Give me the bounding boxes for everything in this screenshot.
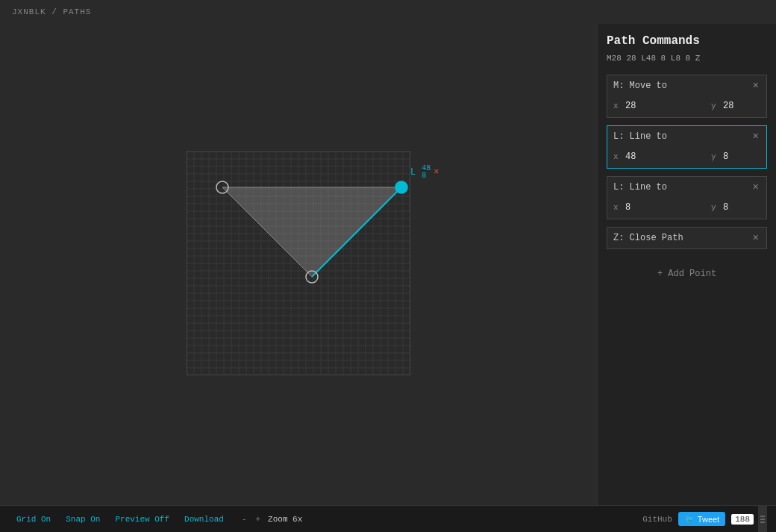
breadcrumb: JXNBLK / PATHS xyxy=(0,0,776,24)
commands-container: M: Move toL: Line toZ: Close PathC: Curv… xyxy=(607,75,767,257)
tweet-count: 188 xyxy=(731,514,754,525)
point-L1[interactable] xyxy=(395,181,407,193)
y-label-2: y xyxy=(711,203,719,212)
path-string: M28 28 L48 8 L8 8 Z xyxy=(607,54,767,63)
y-label-0: y xyxy=(711,101,719,110)
y-input-0[interactable] xyxy=(723,101,760,111)
github-link[interactable]: GitHub xyxy=(642,515,672,524)
right-panel: Path Commands M28 28 L48 8 L8 8 Z M: Mov… xyxy=(597,24,776,505)
tweet-button[interactable]: 🐦 Tweet xyxy=(678,512,725,526)
tweet-bird-icon: 🐦 xyxy=(684,514,695,524)
cmd-close-btn-2[interactable]: × xyxy=(751,181,760,193)
x-input-2[interactable] xyxy=(625,202,663,213)
command-block-0: M: Move toL: Line toZ: Close PathC: Curv… xyxy=(607,75,767,118)
preview-toggle-button[interactable]: Preview Off xyxy=(107,515,177,524)
cmd-coords-0: xy xyxy=(607,96,766,117)
zoom-plus-btn[interactable]: + xyxy=(251,515,265,524)
active-point-label: L 48 8 × xyxy=(410,165,439,180)
grid-toggle-button[interactable]: Grid On xyxy=(9,515,58,524)
tweet-label: Tweet xyxy=(698,515,719,524)
cmd-header-3: Z: Close PathM: Move toL: Line toC: Curv… xyxy=(607,228,766,248)
download-button[interactable]: Download xyxy=(177,515,231,524)
cmd-header-1: L: Line toM: Move toZ: Close PathC: Curv… xyxy=(607,126,766,147)
y-input-2[interactable] xyxy=(723,202,760,213)
scroll-handle-line xyxy=(760,516,765,517)
cmd-close-btn-0[interactable]: × xyxy=(751,80,760,92)
cmd-header-0: M: Move toL: Line toZ: Close PathC: Curv… xyxy=(607,75,766,96)
y-input-1[interactable] xyxy=(723,151,760,162)
cmd-close-btn-3[interactable]: × xyxy=(751,232,760,244)
scroll-handle-line2 xyxy=(760,519,765,520)
command-block-3: Z: Close PathM: Move toL: Line toC: Curv… xyxy=(607,227,767,249)
label-letter: L xyxy=(410,167,416,178)
x-label-1: x xyxy=(613,152,621,161)
path-canvas[interactable] xyxy=(187,151,410,375)
canvas-area[interactable]: L 48 8 × xyxy=(0,24,597,505)
cmd-close-btn-1[interactable]: × xyxy=(751,131,760,143)
scroll-handle-line3 xyxy=(760,522,765,523)
cmd-coords-2: xy xyxy=(607,198,766,219)
cmd-type-select-0[interactable]: M: Move toL: Line toZ: Close PathC: Curv… xyxy=(613,81,751,91)
label-close-btn[interactable]: × xyxy=(434,167,439,178)
cmd-header-2: L: Line toM: Move toZ: Close PathC: Curv… xyxy=(607,177,766,198)
cmd-type-select-3[interactable]: Z: Close PathM: Move toL: Line toC: Curv… xyxy=(613,233,751,243)
y-label-1: y xyxy=(711,152,719,161)
zoom-level: Zoom 6x xyxy=(265,515,302,524)
cmd-type-select-2[interactable]: L: Line toM: Move toZ: Close PathC: Curv… xyxy=(613,182,751,193)
command-block-2: L: Line toM: Move toZ: Close PathC: Curv… xyxy=(607,176,767,219)
scroll-handle[interactable] xyxy=(758,506,767,533)
zoom-minus-btn[interactable]: - xyxy=(237,515,251,524)
panel-title: Path Commands xyxy=(607,34,767,48)
x-input-0[interactable] xyxy=(625,101,663,111)
snap-toggle-button[interactable]: Snap On xyxy=(58,515,107,524)
footer-right: GitHub 🐦 Tweet 188 xyxy=(642,512,754,526)
footer: Grid On Snap On Preview Off Download - +… xyxy=(0,505,776,532)
label-coords: 48 8 xyxy=(422,165,431,180)
command-block-1: L: Line toM: Move toZ: Close PathC: Curv… xyxy=(607,125,767,169)
main-area: L 48 8 × Path Commands M28 28 L48 8 L8 8… xyxy=(0,24,776,505)
cmd-coords-1: xy xyxy=(607,147,766,168)
svg-container: L 48 8 × xyxy=(187,151,410,378)
add-point-button[interactable]: + Add Point xyxy=(607,261,767,287)
x-label-2: x xyxy=(613,203,621,212)
cmd-type-select-1[interactable]: L: Line toM: Move toZ: Close PathC: Curv… xyxy=(613,131,751,142)
x-label-0: x xyxy=(613,101,621,110)
x-input-1[interactable] xyxy=(625,151,663,162)
